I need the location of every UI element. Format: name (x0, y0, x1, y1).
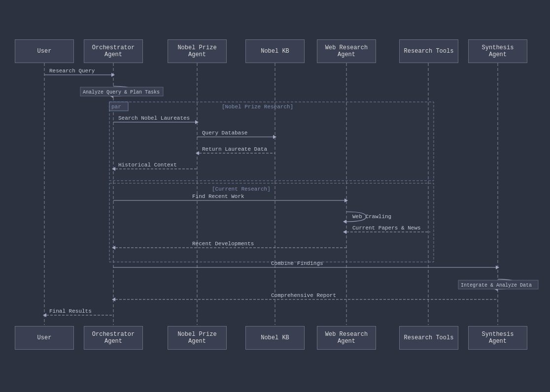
svg-text:Comprehensive Report: Comprehensive Report (271, 293, 336, 298)
svg-rect-7 (109, 102, 434, 181)
actor-research-tools-bottom: Research Tools (399, 326, 458, 350)
svg-text:Integrate & Analyze Data: Integrate & Analyze Data (461, 283, 532, 288)
svg-text:Search Nobel Laureates: Search Nobel Laureates (118, 115, 190, 121)
svg-text:Return Laureate Data: Return Laureate Data (202, 146, 267, 152)
svg-text:Analyze Query & Plan Tasks: Analyze Query & Plan Tasks (83, 90, 160, 95)
svg-marker-34 (343, 220, 346, 224)
svg-marker-49 (112, 297, 115, 301)
actor-user-bottom: User (15, 326, 74, 350)
diagram-container: par [Nobel Prize Research] [Current Rese… (0, 0, 550, 392)
actor-user-top: User (15, 39, 74, 63)
svg-text:Recent Developments: Recent Developments (192, 241, 254, 247)
svg-marker-32 (344, 198, 348, 202)
svg-text:Query Database: Query Database (202, 130, 247, 136)
svg-marker-40 (112, 246, 115, 250)
svg-text:[Current Research]: [Current Research] (212, 186, 271, 192)
svg-rect-17 (80, 87, 163, 96)
actor-synthesis-top: Synthesis Agent (468, 39, 527, 63)
svg-text:par: par (111, 104, 121, 110)
svg-text:Current Papers & News: Current Papers & News (352, 225, 421, 231)
svg-rect-11 (109, 183, 434, 262)
actor-nobel-kb-top: Nobel KB (245, 39, 305, 63)
svg-marker-16 (110, 94, 113, 98)
svg-text:[Nobel Prize Research]: [Nobel Prize Research] (222, 104, 293, 110)
svg-marker-14 (111, 73, 115, 77)
svg-text:Combine Findings: Combine Findings (271, 261, 323, 266)
svg-marker-37 (343, 230, 346, 234)
svg-text:Final Results: Final Results (49, 308, 92, 314)
svg-marker-52 (43, 313, 46, 317)
svg-text:Historical Context: Historical Context (118, 162, 177, 168)
svg-marker-43 (496, 265, 499, 269)
svg-marker-29 (112, 167, 115, 171)
actor-nobel-prize-top: Nobel Prize Agent (168, 39, 227, 63)
actor-research-tools-top: Research Tools (399, 39, 458, 63)
svg-rect-46 (458, 280, 538, 289)
svg-rect-8 (109, 102, 128, 111)
svg-text:Web Crawling: Web Crawling (352, 214, 391, 220)
actor-orchestrator-top: Orchestrator Agent (84, 39, 143, 63)
actor-nobel-kb-bottom: Nobel KB (245, 326, 305, 350)
svg-marker-45 (494, 287, 498, 291)
actor-web-research-top: Web Research Agent (317, 39, 376, 63)
actor-orchestrator-bottom: Orchestrator Agent (84, 326, 143, 350)
actor-nobel-prize-bottom: Nobel Prize Agent (168, 326, 227, 350)
actor-web-research-bottom: Web Research Agent (317, 326, 376, 350)
svg-text:Find Recent Work: Find Recent Work (192, 194, 244, 199)
actor-synthesis-bottom: Synthesis Agent (468, 326, 527, 350)
svg-marker-23 (273, 135, 276, 139)
svg-marker-26 (196, 151, 199, 155)
svg-text:Research Query: Research Query (49, 68, 95, 74)
svg-marker-20 (195, 120, 199, 124)
